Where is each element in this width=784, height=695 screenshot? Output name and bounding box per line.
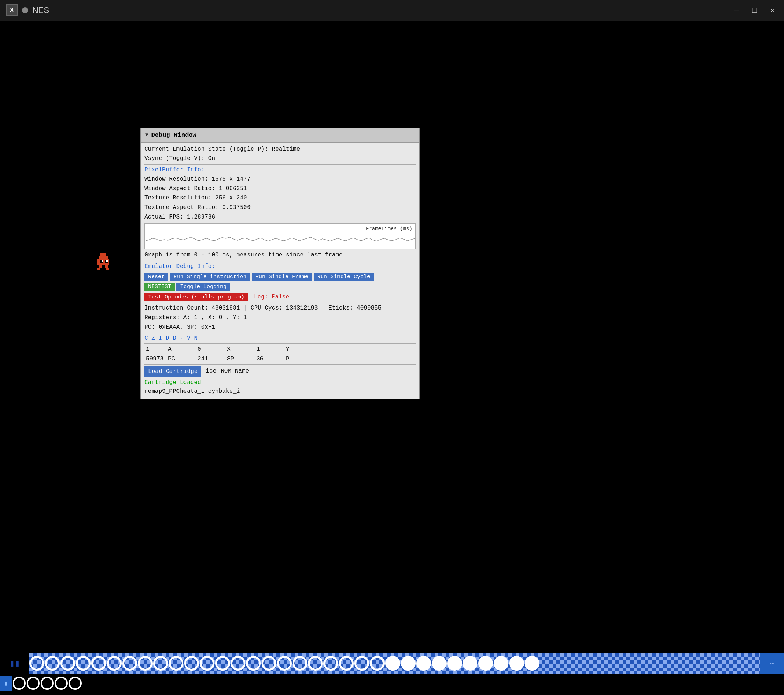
separator-4 <box>145 333 415 333</box>
svg-rect-6 <box>106 268 109 270</box>
texture-aspect-line: Texture Aspect Ratio: 0.937500 <box>145 203 415 212</box>
debug-window: ▼ Debug Window Current Emulation State (… <box>140 127 420 399</box>
debug-window-title: Debug Window <box>151 130 196 140</box>
svg-rect-0 <box>100 253 106 256</box>
texture-resolution-line: Texture Resolution: 256 x 240 <box>145 193 415 203</box>
svg-rect-3 <box>99 265 102 268</box>
reg-val-1: 1 <box>145 344 166 354</box>
separator-3 <box>145 303 415 303</box>
run-single-cycle-button[interactable]: Run Single Cycle <box>313 273 374 281</box>
reg-label-a: A <box>166 344 196 354</box>
test-opcodes-button[interactable]: Test Opcodes (stalls program) <box>145 293 248 301</box>
left-blue-char2-icon: ▮ <box>15 658 20 669</box>
graph-desc-line: Graph is from 0 - 100 ms, measures time … <box>145 250 415 260</box>
flags-row: C Z I D B - V N <box>145 334 415 343</box>
vsync-line: Vsync (Toggle V): On <box>145 154 415 164</box>
cartridge-loaded-status: Cartridge Loaded <box>145 378 415 387</box>
bottom-circle <box>54 677 68 690</box>
scroll-pattern <box>30 653 761 674</box>
reset-button[interactable]: Reset <box>145 273 168 281</box>
svg-rect-1 <box>99 256 107 259</box>
bottom-circles-row: ▮ <box>0 673 784 693</box>
separator-2 <box>145 261 415 261</box>
reg-label-p: P <box>285 354 314 364</box>
registers-line: Registers: A: 1 , X; 0 , Y: 1 <box>145 313 415 323</box>
pc-sp-line: PC: 0xEA4A, SP: 0xF1 <box>145 323 415 333</box>
cartridge-extra-line: remap9_PPCheata_i cyhbake_i <box>145 387 415 397</box>
blue-box-icon: ⋯ <box>770 659 774 669</box>
blue-box-right: ⋯ <box>761 653 784 674</box>
window-resolution-line: Window Resolution: 1575 x 1477 <box>145 175 415 184</box>
frametimes-graph-area: FrameTimes (ms) <box>145 223 415 249</box>
reg-sp-val: 241 <box>196 354 226 364</box>
bottom-circle <box>69 677 82 690</box>
run-single-instruction-button[interactable]: Run Single instruction <box>170 273 250 281</box>
cartridge-filename: ice <box>206 367 216 376</box>
reg-pc-val: 59978 <box>145 354 166 364</box>
emulation-state-line: Current Emulation State (Toggle P): Real… <box>145 145 415 155</box>
load-cartridge-button[interactable]: Load Cartridge <box>145 366 201 377</box>
toggle-logging-button[interactable]: Toggle Logging <box>176 283 230 291</box>
frametimes-label: FrameTimes (ms) <box>366 225 412 233</box>
run-single-frame-button[interactable]: Run Single Frame <box>252 273 312 281</box>
reg-val-0: 0 <box>196 344 226 354</box>
collapse-triangle-icon[interactable]: ▼ <box>145 131 148 139</box>
reg-val-1b: 1 <box>255 344 285 354</box>
registers-table-row2: 59978 PC 241 SP 36 P <box>145 354 415 364</box>
test-opcodes-row: Test Opcodes (stalls program) Log: False <box>145 293 415 301</box>
titlebar-dot <box>22 7 28 13</box>
svg-rect-4 <box>105 265 107 268</box>
reg-label-y: Y <box>285 344 314 354</box>
bottom-circle <box>26 677 40 690</box>
maximize-button[interactable]: □ <box>749 5 760 16</box>
fps-line: Actual FPS: 1.289786 <box>145 212 415 222</box>
instruction-count-line: Instruction Count: 43031881 | CPU Cycs: … <box>145 304 415 313</box>
game-area: ▼ Debug Window Current Emulation State (… <box>0 21 784 695</box>
separator-5 <box>145 343 415 344</box>
window-controls: ─ □ ✕ <box>731 4 778 17</box>
nestest-button[interactable]: NESTEST <box>145 283 175 291</box>
app-title: NES <box>33 5 49 15</box>
registers-table-row1: 1 A 0 X 1 Y <box>145 344 415 354</box>
load-cartridge-row: Load Cartridge ice ROM Name <box>145 366 415 377</box>
separator-6 <box>145 364 415 365</box>
minimize-button[interactable]: ─ <box>731 5 742 16</box>
pixel-character <box>96 253 110 270</box>
log-status: Log: False <box>254 293 289 301</box>
bottom-circle <box>41 677 54 690</box>
debug-titlebar: ▼ Debug Window <box>141 128 419 143</box>
blue-char-icon: ▮ <box>4 679 8 687</box>
reg-label-pc: PC <box>166 354 196 364</box>
svg-rect-9 <box>102 260 103 262</box>
app-icon: X <box>6 5 18 16</box>
debug-content: Current Emulation State (Toggle P): Real… <box>141 143 419 399</box>
rom-name-label: ROM Name <box>221 367 249 376</box>
svg-rect-10 <box>106 260 107 262</box>
reg-label-x: X <box>226 344 255 354</box>
close-button[interactable]: ✕ <box>768 4 778 17</box>
bottom-circle <box>13 677 26 690</box>
reg-p-val: 36 <box>255 354 285 364</box>
left-blue-char-icon: ▮ <box>10 658 15 669</box>
window-aspect-line: Window Aspect Ratio: 1.066351 <box>145 184 415 194</box>
debug-buttons-row2: NESTEST Toggle Logging <box>145 283 415 291</box>
debug-buttons-row1: Reset Run Single instruction Run Single … <box>145 273 415 281</box>
emulator-debug-header: Emulator Debug Info: <box>145 262 415 272</box>
blue-char-sprite: ▮ <box>0 676 12 690</box>
sprite-area: ▮ ▮ <box>0 652 784 695</box>
pixel-buffer-header: PixelBuffer Info: <box>145 165 415 175</box>
titlebar: X NES ─ □ ✕ <box>0 0 784 21</box>
svg-rect-5 <box>97 268 100 270</box>
reg-label-sp: SP <box>226 354 255 364</box>
